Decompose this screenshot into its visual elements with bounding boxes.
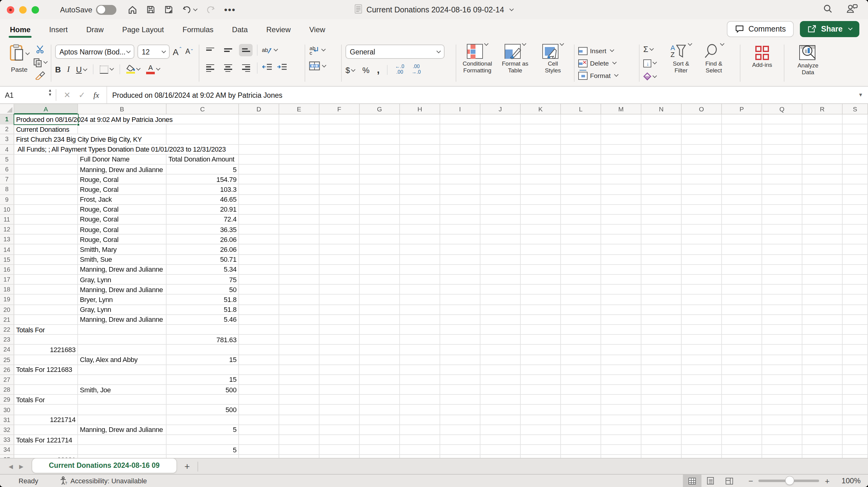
- cell-H5[interactable]: [400, 155, 440, 165]
- cell-C25[interactable]: 15: [166, 355, 239, 365]
- cell-G26[interactable]: [360, 365, 400, 375]
- cell-G23[interactable]: [360, 335, 400, 345]
- cell-R18[interactable]: [802, 285, 843, 295]
- cell-J30[interactable]: [480, 405, 521, 415]
- cell-J33[interactable]: [480, 435, 521, 445]
- cell-M32[interactable]: [601, 425, 642, 435]
- cell-I3[interactable]: [440, 135, 480, 144]
- cell-L23[interactable]: [561, 335, 601, 345]
- cell-S20[interactable]: [843, 305, 868, 315]
- cell-K5[interactable]: [521, 155, 561, 165]
- cell-E2[interactable]: [279, 124, 319, 134]
- cell-O8[interactable]: [682, 185, 722, 195]
- cell-B7[interactable]: Rouge, Coral: [78, 174, 166, 185]
- cell-F24[interactable]: [319, 345, 360, 355]
- cell-E27[interactable]: [279, 375, 319, 385]
- cell-Q8[interactable]: [762, 185, 802, 195]
- cell-L7[interactable]: [561, 174, 601, 185]
- cell-R22[interactable]: [802, 325, 843, 335]
- add-ins-icon[interactable]: [755, 46, 769, 60]
- cell-A15[interactable]: [14, 255, 78, 264]
- cell-D3[interactable]: [239, 135, 279, 144]
- cell-K17[interactable]: [521, 275, 561, 285]
- cell-J1[interactable]: [480, 115, 521, 124]
- cell-S4[interactable]: [843, 144, 868, 154]
- row-header-22[interactable]: 22: [0, 325, 14, 335]
- cell-Q17[interactable]: [762, 275, 802, 285]
- cell-L32[interactable]: [561, 425, 601, 435]
- cell-P22[interactable]: [722, 325, 762, 335]
- cell-E13[interactable]: [279, 235, 319, 245]
- cell-F20[interactable]: [319, 305, 360, 315]
- cell-K16[interactable]: [521, 265, 561, 275]
- align-left-button[interactable]: [203, 62, 217, 74]
- cell-R35[interactable]: [802, 455, 843, 458]
- cell-C12[interactable]: 36.35: [166, 225, 239, 234]
- cell-P32[interactable]: [722, 425, 762, 435]
- cell-L5[interactable]: [561, 155, 601, 165]
- more-commands-icon[interactable]: •••: [224, 4, 236, 15]
- cell-M12[interactable]: [601, 225, 642, 234]
- row-header-34[interactable]: 34: [0, 445, 14, 455]
- cell-S28[interactable]: [843, 385, 868, 395]
- cell-H7[interactable]: [400, 174, 440, 185]
- cell-G33[interactable]: [360, 435, 400, 445]
- cancel-icon[interactable]: ✕: [64, 90, 70, 100]
- cell-N16[interactable]: [642, 265, 682, 275]
- cell-O24[interactable]: [682, 345, 722, 355]
- cell-R19[interactable]: [802, 295, 843, 305]
- cell-C32[interactable]: 5: [166, 425, 239, 435]
- cell-A2[interactable]: Current Donations: [14, 124, 78, 134]
- cell-R6[interactable]: [802, 165, 843, 174]
- cell-G17[interactable]: [360, 275, 400, 285]
- cell-Q32[interactable]: [762, 425, 802, 435]
- cell-L9[interactable]: [561, 195, 601, 204]
- cell-L28[interactable]: [561, 385, 601, 395]
- cell-L3[interactable]: [561, 135, 601, 144]
- cell-E18[interactable]: [279, 285, 319, 295]
- column-header-L[interactable]: L: [561, 104, 601, 115]
- cell-H14[interactable]: [400, 245, 440, 255]
- cell-J23[interactable]: [480, 335, 521, 345]
- cell-M28[interactable]: [601, 385, 642, 395]
- cell-A7[interactable]: [14, 174, 78, 185]
- cell-S17[interactable]: [843, 275, 868, 285]
- row-header-4[interactable]: 4: [0, 144, 14, 154]
- cell-R2[interactable]: [802, 124, 843, 134]
- cell-K14[interactable]: [521, 245, 561, 255]
- cell-N32[interactable]: [642, 425, 682, 435]
- cell-R28[interactable]: [802, 385, 843, 395]
- cell-G25[interactable]: [360, 355, 400, 365]
- cell-F17[interactable]: [319, 275, 360, 285]
- cell-A27[interactable]: [14, 375, 78, 385]
- row-header-28[interactable]: 28: [0, 385, 14, 395]
- cell-D4[interactable]: [239, 144, 279, 154]
- copy-button[interactable]: [33, 58, 47, 67]
- clear-button[interactable]: [643, 72, 664, 80]
- cell-M30[interactable]: [601, 405, 642, 415]
- name-box-stepper[interactable]: ▲▼: [48, 89, 52, 97]
- row-header-20[interactable]: 20: [0, 305, 14, 315]
- cell-Q4[interactable]: [762, 144, 802, 154]
- cell-N33[interactable]: [642, 435, 682, 445]
- cut-button[interactable]: [33, 45, 47, 54]
- row-header-8[interactable]: 8: [0, 185, 14, 195]
- cell-P10[interactable]: [722, 204, 762, 215]
- cell-B32[interactable]: Manning, Drew and Julianne: [78, 425, 166, 435]
- zoom-slider[interactable]: [759, 480, 819, 482]
- cell-P35[interactable]: [722, 455, 762, 458]
- cell-H9[interactable]: [400, 195, 440, 204]
- underline-button[interactable]: U: [76, 64, 87, 75]
- cell-P12[interactable]: [722, 225, 762, 234]
- cell-C15[interactable]: 50.71: [166, 255, 239, 264]
- cell-D22[interactable]: [239, 325, 279, 335]
- cell-A18[interactable]: [14, 285, 78, 295]
- sheet-nav-right-icon[interactable]: ▶: [19, 463, 24, 469]
- cell-Q28[interactable]: [762, 385, 802, 395]
- cell-M6[interactable]: [601, 165, 642, 174]
- search-icon[interactable]: [823, 3, 833, 16]
- cell-F21[interactable]: [319, 315, 360, 325]
- cell-Q26[interactable]: [762, 365, 802, 375]
- cell-C31[interactable]: [166, 415, 239, 425]
- cell-R14[interactable]: [802, 245, 843, 255]
